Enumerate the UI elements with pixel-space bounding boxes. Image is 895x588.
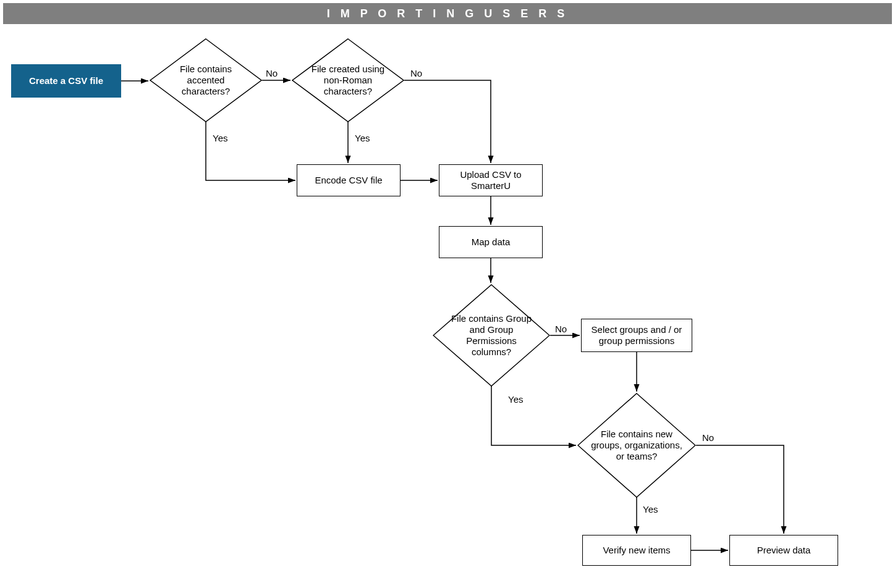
label-neworg-no: No bbox=[702, 432, 714, 443]
page-title: I M P O R T I N G U S E R S bbox=[3, 3, 892, 24]
step-verify-items: Verify new items bbox=[582, 535, 691, 566]
label-nonroman-no: No bbox=[410, 68, 422, 78]
decision-new-items: File contains new groups, organizations,… bbox=[577, 393, 696, 498]
decision-accented-chars: File contains accented characters? bbox=[150, 38, 262, 122]
flowchart-canvas: I M P O R T I N G U S E R S Create a CSV… bbox=[0, 0, 895, 588]
decision-nonroman-chars: File created using non-Roman characters? bbox=[292, 38, 404, 122]
label-neworg-yes: Yes bbox=[643, 504, 658, 514]
label-groupcols-yes: Yes bbox=[508, 394, 523, 405]
label-nonroman-yes: Yes bbox=[355, 133, 370, 143]
step-upload-csv: Upload CSV to SmarterU bbox=[439, 164, 543, 196]
start-create-csv: Create a CSV file bbox=[11, 64, 121, 98]
step-preview-data: Preview data bbox=[729, 535, 838, 566]
step-encode-csv: Encode CSV file bbox=[297, 164, 401, 196]
decision-group-columns: File contains Group and Group Permission… bbox=[433, 284, 550, 387]
step-map-data: Map data bbox=[439, 226, 543, 258]
label-accented-no: No bbox=[266, 68, 278, 78]
step-select-groups: Select groups and / or group permissions bbox=[581, 319, 692, 352]
label-accented-yes: Yes bbox=[213, 133, 227, 143]
label-groupcols-no: No bbox=[555, 324, 567, 334]
